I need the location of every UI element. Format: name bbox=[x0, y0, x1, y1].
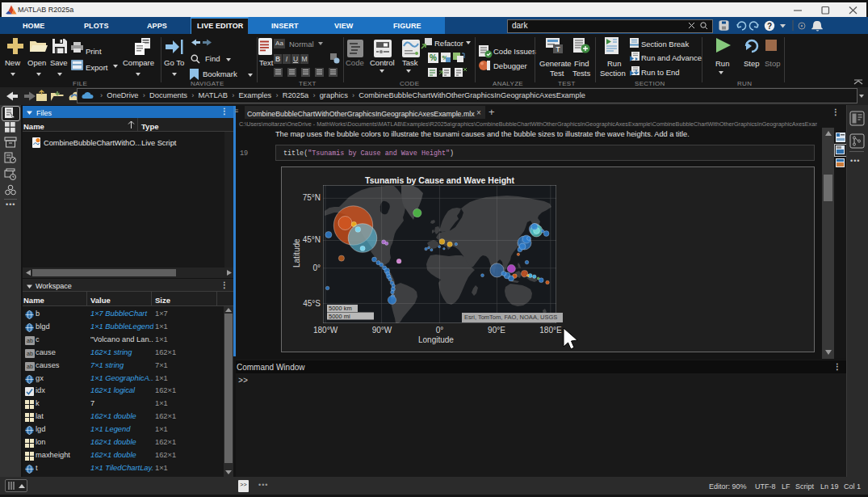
svg-text:ab: ab bbox=[27, 351, 33, 356]
svg-text:%: % bbox=[430, 53, 437, 62]
svg-text:5000 mi: 5000 mi bbox=[329, 313, 350, 320]
svg-text:T: T bbox=[556, 45, 560, 53]
svg-text:5000 km: 5000 km bbox=[329, 305, 352, 312]
svg-text:?: ? bbox=[767, 22, 772, 31]
svg-text:ab: ab bbox=[27, 338, 33, 343]
svg-text:ab: ab bbox=[27, 364, 33, 369]
svg-text:>>: >> bbox=[240, 482, 246, 488]
